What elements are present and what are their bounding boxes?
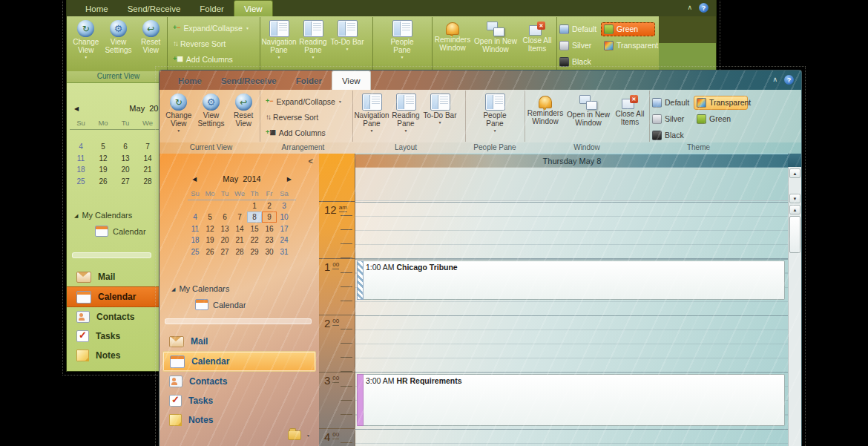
sidebar-item-tasks[interactable]: Tasks	[67, 327, 160, 346]
calendar-day[interactable]: 1	[247, 200, 262, 211]
calendar-day[interactable]: 26	[203, 246, 217, 258]
calendar-day[interactable]: 8	[247, 211, 262, 223]
calendar-day[interactable]: 15	[247, 223, 262, 235]
tab-view[interactable]: View	[332, 70, 371, 90]
vertical-scrollbar[interactable]: ▲ ▼ ▲	[788, 154, 801, 446]
people-pane-button[interactable]: People Pane ▼	[478, 94, 512, 133]
help-icon[interactable]: ?	[784, 75, 794, 85]
sidebar-item-contacts[interactable]: Contacts	[67, 307, 160, 327]
calendar-day[interactable]: 14	[232, 223, 247, 235]
calendar-day[interactable]: 6	[114, 141, 137, 152]
sidebar-item-notes[interactable]: Notes	[160, 410, 319, 430]
sidebar-item-mail[interactable]: Mail	[67, 267, 160, 286]
calendar-day[interactable]: 27	[217, 246, 232, 258]
calendar-day[interactable]: 31	[277, 246, 292, 258]
pane-splitter[interactable]	[72, 252, 151, 258]
calendar-day[interactable]: 7	[137, 141, 159, 152]
minimize-ribbon-icon[interactable]: ∧	[772, 76, 777, 83]
calendar-day[interactable]: 30	[262, 246, 277, 258]
reset-view-button[interactable]: ↩ Reset View	[227, 94, 260, 128]
scroll-down-icon[interactable]: ▼	[789, 194, 800, 203]
calendar-day[interactable]: 29	[247, 246, 262, 258]
theme-option-default[interactable]: Default	[649, 96, 694, 110]
todo-bar-button[interactable]: To-Do Bar ▼	[423, 94, 457, 125]
calendar-prev-icon[interactable]: ◀	[74, 105, 79, 112]
calendar-day[interactable]: 9	[262, 211, 277, 223]
sidebar-item-notes[interactable]: Notes	[67, 346, 160, 365]
calendar-folder-item[interactable]: Calendar	[195, 299, 246, 310]
calendar-day[interactable]: 10	[277, 211, 292, 223]
calendar-day[interactable]: 19	[203, 235, 217, 246]
expand-collapse-button[interactable]: +− Expand/Collapse ▼	[173, 20, 249, 36]
calendar-day[interactable]: 20	[217, 235, 232, 246]
expand-collapse-button[interactable]: +− Expand/Collapse ▼	[266, 94, 342, 109]
calendar-day[interactable]: 7	[232, 211, 247, 223]
tab-send-receive[interactable]: Send/Receive	[118, 0, 191, 16]
theme-option-black[interactable]: Black	[649, 128, 694, 142]
theme-option-green[interactable]: Green	[601, 22, 655, 36]
calendar-day[interactable]: 6	[217, 211, 232, 223]
theme-option-transparent[interactable]: Transparent	[601, 39, 655, 53]
calendar-day[interactable]: 13	[217, 223, 232, 235]
scrollbar-thumb[interactable]	[789, 216, 800, 253]
tab-home[interactable]: Home	[168, 70, 211, 90]
help-icon[interactable]: ?	[699, 3, 708, 13]
reading-pane-button[interactable]: Reading Pane ▼	[296, 20, 330, 59]
calendar-day[interactable]: 25	[70, 176, 92, 187]
calendar-day[interactable]: 3	[277, 200, 292, 211]
folder-icon[interactable]	[288, 430, 301, 440]
tab-folder[interactable]: Folder	[190, 0, 234, 16]
calendar-day[interactable]: 12	[203, 223, 217, 235]
calendar-event[interactable]: 3:00 AM HR Requirements	[357, 374, 785, 426]
theme-option-default[interactable]: Default	[556, 22, 601, 36]
theme-option-silver[interactable]: Silver	[649, 112, 694, 126]
navigation-pane-button[interactable]: Navigation Pane ▼	[355, 94, 389, 133]
calendar-day[interactable]: 17	[277, 223, 292, 235]
theme-option-black[interactable]: Black	[556, 55, 601, 69]
navigation-pane-button[interactable]: Navigation Pane ▼	[262, 20, 296, 59]
scroll-up-icon[interactable]: ▲	[789, 168, 800, 178]
calendar-day[interactable]: 11	[70, 153, 92, 164]
sidebar-item-calendar[interactable]: Calendar	[67, 286, 160, 307]
calendar-day[interactable]: 5	[92, 141, 114, 152]
calendar-day[interactable]: 18	[70, 164, 92, 175]
sidebar-item-contacts[interactable]: Contacts	[160, 372, 319, 391]
calendar-day[interactable]: 5	[203, 211, 217, 223]
calendar-day[interactable]: 12	[92, 153, 114, 164]
calendar-prev-icon[interactable]: ◀	[192, 176, 197, 183]
calendar-day[interactable]: 4	[70, 141, 92, 152]
calendar-day[interactable]: 21	[137, 164, 159, 175]
calendar-day[interactable]: 14	[137, 153, 159, 164]
calendar-day[interactable]: 25	[188, 246, 203, 258]
reminders-window-button[interactable]: Reminders Window	[433, 20, 473, 52]
all-day-banner-area[interactable]	[355, 167, 789, 201]
minimize-ribbon-icon[interactable]: ∧	[687, 4, 692, 11]
open-in-new-window-button[interactable]: Open in New Window	[473, 20, 519, 53]
my-calendars-header[interactable]: ◢ My Calendars	[171, 284, 229, 293]
add-columns-button[interactable]: +▦ Add Columns	[173, 51, 233, 67]
calendar-day[interactable]: 28	[232, 246, 247, 258]
calendar-day[interactable]: 20	[114, 164, 137, 175]
people-pane-button[interactable]: People Pane ▼	[385, 20, 419, 59]
sidebar-item-calendar[interactable]: Calendar	[162, 351, 316, 372]
calendar-day[interactable]: 21	[232, 235, 247, 246]
theme-option-silver[interactable]: Silver	[556, 39, 601, 53]
calendar-day[interactable]: 28	[137, 176, 159, 187]
calendar-folder-item[interactable]: Calendar	[95, 226, 146, 237]
change-view-button[interactable]: ↻ Change View ▼	[70, 20, 102, 59]
close-all-items-button[interactable]: Close All Items	[519, 20, 556, 53]
sidebar-item-tasks[interactable]: Tasks	[160, 391, 319, 410]
todo-bar-button[interactable]: To-Do Bar ▼	[330, 20, 364, 51]
calendar-day[interactable]: 19	[92, 164, 114, 175]
reminders-window-button[interactable]: Reminders Window	[525, 94, 565, 125]
tab-folder[interactable]: Folder	[286, 70, 332, 90]
tab-send-receive[interactable]: Send/Receive	[211, 70, 286, 90]
calendar-next-icon[interactable]: ▶	[287, 176, 292, 183]
reading-pane-button[interactable]: Reading Pane ▼	[389, 94, 423, 133]
reverse-sort-button[interactable]: ↑↓ Reverse Sort	[266, 109, 318, 125]
tab-view[interactable]: View	[234, 0, 273, 16]
view-settings-button[interactable]: ⚙ View Settings	[195, 94, 228, 128]
tab-home[interactable]: Home	[76, 0, 118, 16]
theme-option-green[interactable]: Green	[694, 112, 748, 126]
calendar-day[interactable]: 23	[262, 235, 277, 246]
